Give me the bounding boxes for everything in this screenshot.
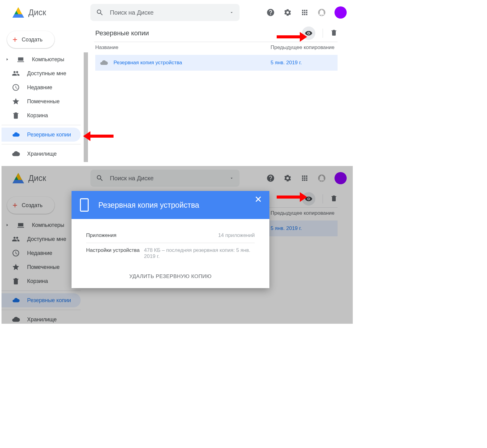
main-content: Название Предыдущее копирование Резервна…: [81, 42, 353, 161]
dialog-header: Резервная копия устройства ✕: [72, 191, 269, 219]
row-name: Резервная копия устройства: [114, 60, 271, 66]
search-placeholder: Поиск на Диске: [110, 9, 223, 16]
annotation-arrow-right: [277, 192, 307, 202]
trash-icon: [12, 111, 20, 119]
delete-backup-button[interactable]: УДАЛИТЬ РЕЗЕРВНУЮ КОПИЮ: [72, 266, 269, 288]
dialog-row-settings[interactable]: Настройки устройства 478 КБ – последняя …: [86, 243, 255, 264]
dialog-close-button[interactable]: ✕: [254, 191, 262, 205]
notifications-bell-icon[interactable]: [317, 8, 326, 17]
sidebar: + Создать Компьютеры Доступные мне Недав…: [2, 42, 81, 161]
people-icon: [12, 69, 20, 77]
help-icon[interactable]: [266, 8, 275, 17]
backup-row[interactable]: Резервная копия устройства 5 янв. 2019 г…: [95, 55, 338, 71]
nav-recent[interactable]: Недавние: [2, 80, 81, 94]
annotation-arrow-right: [277, 32, 307, 42]
dialog-title: Резервная копия устройства: [98, 201, 199, 210]
cloud-icon: [12, 131, 20, 139]
column-name[interactable]: Название: [95, 44, 271, 51]
computers-icon: [17, 55, 25, 63]
cloud-icon: [100, 58, 108, 67]
star-icon: [12, 97, 20, 105]
nav-computers[interactable]: Компьютеры: [2, 52, 81, 66]
divider: [2, 144, 81, 144]
nav-label: Компьютеры: [32, 56, 64, 63]
nav-backups[interactable]: Резервные копии: [2, 128, 81, 142]
nav-label: Недавние: [27, 84, 52, 91]
dropdown-caret-icon[interactable]: [229, 10, 234, 15]
create-label: Создать: [22, 37, 42, 43]
dialog-label: Настройки устройства: [86, 247, 144, 259]
plus-icon: +: [12, 35, 17, 44]
nav-storage[interactable]: Хранилище: [2, 147, 81, 161]
dialog-value: 478 КБ – последняя резервная копия: 5 ян…: [144, 247, 255, 259]
column-date[interactable]: Предыдущее копирование: [271, 44, 338, 51]
divider: [2, 125, 81, 125]
clock-icon: [12, 83, 20, 91]
nav-label: Доступные мне: [27, 70, 66, 77]
create-button[interactable]: + Создать: [7, 31, 54, 48]
row-date: 5 янв. 2019 г.: [271, 60, 338, 66]
header: Диск Поиск на Диске: [2, 0, 353, 25]
svg-rect-2: [80, 199, 88, 211]
annotation-arrow-left: [83, 131, 114, 141]
nav-label: Помеченные: [27, 98, 60, 105]
drive-icon: [12, 7, 24, 18]
search-icon: [96, 9, 104, 16]
apps-grid-icon[interactable]: [300, 8, 309, 17]
section-title: Резервные копии: [95, 29, 149, 37]
nav-shared[interactable]: Доступные мне: [2, 66, 81, 80]
divider: [323, 29, 323, 38]
dialog-label: Приложения: [86, 232, 144, 238]
phone-icon: [79, 198, 90, 212]
trash-icon: [330, 29, 338, 36]
dialog-row-apps[interactable]: Приложения 14 приложений: [86, 228, 255, 243]
account-avatar[interactable]: [335, 6, 347, 19]
nav-starred[interactable]: Помеченные: [2, 94, 81, 108]
dialog-value: 14 приложений: [144, 232, 255, 238]
nav-label: Корзина: [27, 112, 48, 119]
app-name: Диск: [28, 8, 46, 17]
expand-caret-icon: [5, 57, 9, 62]
settings-gear-icon[interactable]: [283, 8, 292, 17]
drive-logo[interactable]: Диск: [12, 7, 90, 18]
backup-details-dialog: Резервная копия устройства ✕ Приложения …: [72, 191, 269, 288]
nav-label: Резервные копии: [27, 132, 71, 138]
cloud-outline-icon: [12, 150, 20, 158]
search-box[interactable]: Поиск на Диске: [90, 4, 240, 21]
nav-trash[interactable]: Корзина: [2, 108, 81, 122]
delete-button[interactable]: [330, 29, 338, 37]
nav-label: Хранилище: [27, 151, 57, 157]
